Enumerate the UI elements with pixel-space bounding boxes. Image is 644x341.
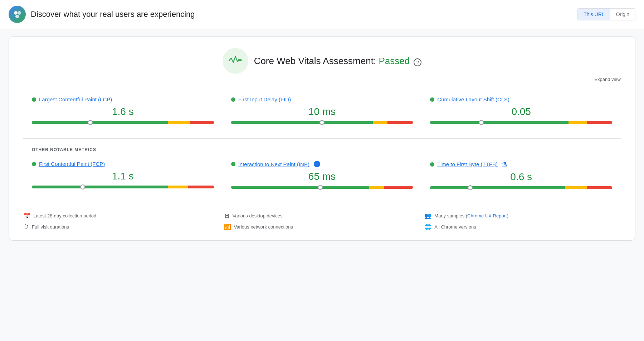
- chrome-icon: 🌐: [424, 224, 431, 230]
- metric-inp-label: Interaction to Next Paint (INP): [238, 161, 309, 167]
- expand-view-link[interactable]: Expand view: [23, 77, 621, 82]
- cwv-assessment-text: Core Web Vitals Assessment: Passed ?: [254, 56, 422, 67]
- footer-visit-durations: ⏱ Full visit durations: [23, 224, 220, 230]
- fcp-bar-orange: [168, 186, 188, 188]
- metric-fcp: First Contentful Paint (FCP) 1.1 s: [23, 155, 223, 195]
- metric-fcp-label: First Contentful Paint (FCP): [39, 161, 105, 167]
- metric-inp-dot: [231, 162, 235, 166]
- header-left: Discover what your real users are experi…: [9, 6, 195, 23]
- metric-fcp-dot: [32, 162, 36, 166]
- ttfb-flask-icon: ⚗: [502, 161, 507, 168]
- page-header: Discover what your real users are experi…: [0, 0, 644, 29]
- svg-point-0: [14, 11, 18, 15]
- metric-ttfb-name[interactable]: Time to First Byte (TTFB) ⚗: [430, 161, 612, 168]
- metric-inp-bar: [231, 186, 413, 189]
- metric-fid: First Input Delay (FID) 10 ms: [223, 91, 422, 130]
- card-footer: 📅 Latest 28-day collection period 🖥 Vari…: [23, 205, 621, 230]
- cwv-assessment-header: Core Web Vitals Assessment: Passed ?: [23, 48, 621, 74]
- metric-fid-bar: [231, 121, 413, 124]
- ttfb-bar-orange: [565, 186, 587, 189]
- cwv-card: Core Web Vitals Assessment: Passed ? Exp…: [9, 36, 635, 241]
- metric-ttfb-value: 0.6 s: [430, 171, 612, 183]
- other-metrics-grid: First Contentful Paint (FCP) 1.1 s Inter…: [23, 155, 621, 195]
- footer-desktop-text: Various desktop devices: [233, 213, 283, 218]
- origin-button[interactable]: Origin: [610, 9, 635, 20]
- footer-network-connections: 📶 Various network connections: [224, 224, 420, 230]
- metric-lcp-name[interactable]: Largest Contentful Paint (LCP): [32, 96, 214, 102]
- fcp-marker: [80, 184, 85, 189]
- this-url-button[interactable]: This URL: [578, 9, 610, 20]
- ttfb-bar-green: [430, 186, 565, 189]
- footer-desktop-devices: 🖥 Various desktop devices: [224, 212, 420, 219]
- footer-samples-text: Many samples (Chrome UX Report): [434, 213, 508, 218]
- cls-bar-green: [430, 121, 569, 124]
- chrome-ux-report-link[interactable]: Chrome UX Report: [467, 213, 507, 218]
- metric-ttfb-dot: [430, 162, 434, 167]
- inp-info-icon[interactable]: i: [314, 161, 320, 167]
- fcp-bar-green: [32, 186, 168, 188]
- metric-fcp-bar: [32, 186, 214, 188]
- users-icon: 👥: [424, 212, 431, 219]
- footer-chrome-text: All Chrome versions: [434, 224, 476, 230]
- lcp-bar-orange: [168, 121, 190, 124]
- metric-fid-dot: [231, 97, 235, 102]
- metric-ttfb: Time to First Byte (TTFB) ⚗ 0.6 s: [421, 155, 621, 195]
- metric-cls-value: 0.05: [430, 106, 612, 117]
- metric-fid-name[interactable]: First Input Delay (FID): [231, 96, 413, 102]
- fcp-bar-red: [188, 186, 214, 188]
- metric-cls: Cumulative Layout Shift (CLS) 0.05: [421, 91, 621, 130]
- metric-lcp-bar: [32, 121, 214, 124]
- inp-bar-orange: [369, 186, 384, 189]
- inp-marker: [318, 185, 323, 190]
- footer-visit-text: Full visit durations: [32, 224, 69, 230]
- wifi-icon: 📶: [224, 224, 231, 230]
- fid-bar-orange: [373, 121, 387, 124]
- metric-fcp-name[interactable]: First Contentful Paint (FCP): [32, 161, 214, 167]
- fid-bar-green: [231, 121, 373, 124]
- lcp-bar-green: [32, 121, 168, 124]
- footer-network-text: Various network connections: [234, 224, 293, 230]
- lcp-bar-red: [190, 121, 214, 124]
- metric-cls-dot: [430, 97, 434, 102]
- lcp-marker: [88, 120, 93, 125]
- metric-fid-label: First Input Delay (FID): [238, 96, 291, 102]
- inp-bar-red: [384, 186, 413, 189]
- footer-chrome-versions: 🌐 All Chrome versions: [424, 224, 621, 230]
- svg-point-1: [18, 11, 21, 15]
- cls-marker: [479, 120, 484, 125]
- ttfb-marker: [468, 185, 473, 190]
- cwv-help-icon[interactable]: ?: [414, 58, 421, 66]
- metric-cls-label: Cumulative Layout Shift (CLS): [437, 96, 509, 102]
- metric-cls-name[interactable]: Cumulative Layout Shift (CLS): [430, 96, 612, 102]
- metric-inp: Interaction to Next Paint (INP) i 65 ms: [223, 155, 422, 195]
- metric-lcp-label: Largest Contentful Paint (LCP): [39, 96, 112, 102]
- page-title: Discover what your real users are experi…: [31, 10, 195, 19]
- metric-ttfb-bar: [430, 186, 612, 189]
- svg-point-4: [239, 59, 241, 61]
- cls-bar-orange: [569, 121, 587, 124]
- cls-bar-red: [587, 121, 612, 124]
- fid-bar-red: [387, 121, 413, 124]
- metric-lcp: Largest Contentful Paint (LCP) 1.6 s: [23, 91, 223, 130]
- url-origin-toggle[interactable]: This URL Origin: [577, 8, 635, 20]
- metric-inp-value: 65 ms: [231, 171, 413, 182]
- other-metrics-title: OTHER NOTABLE METRICS: [23, 147, 621, 152]
- metric-lcp-dot: [32, 97, 36, 102]
- main-content: Core Web Vitals Assessment: Passed ? Exp…: [0, 29, 644, 248]
- monitor-icon: 🖥: [224, 213, 230, 219]
- metrics-divider: [23, 138, 621, 139]
- metric-inp-name[interactable]: Interaction to Next Paint (INP) i: [231, 161, 413, 167]
- calendar-icon: 📅: [23, 212, 30, 219]
- cwv-icon: [223, 48, 248, 74]
- cwv-title: Core Web Vitals Assessment: Passed ?: [254, 56, 422, 66]
- metric-cls-bar: [430, 121, 612, 124]
- metric-fid-value: 10 ms: [231, 106, 413, 117]
- footer-samples: 👥 Many samples (Chrome UX Report): [424, 212, 621, 219]
- core-metrics-grid: Largest Contentful Paint (LCP) 1.6 s Fir…: [23, 91, 621, 130]
- app-logo: [9, 6, 26, 23]
- fid-marker: [319, 120, 325, 125]
- metric-fcp-value: 1.1 s: [32, 170, 214, 182]
- metric-ttfb-label: Time to First Byte (TTFB): [437, 161, 498, 167]
- footer-collection-text: Latest 28-day collection period: [33, 213, 96, 218]
- metric-lcp-value: 1.6 s: [32, 106, 214, 117]
